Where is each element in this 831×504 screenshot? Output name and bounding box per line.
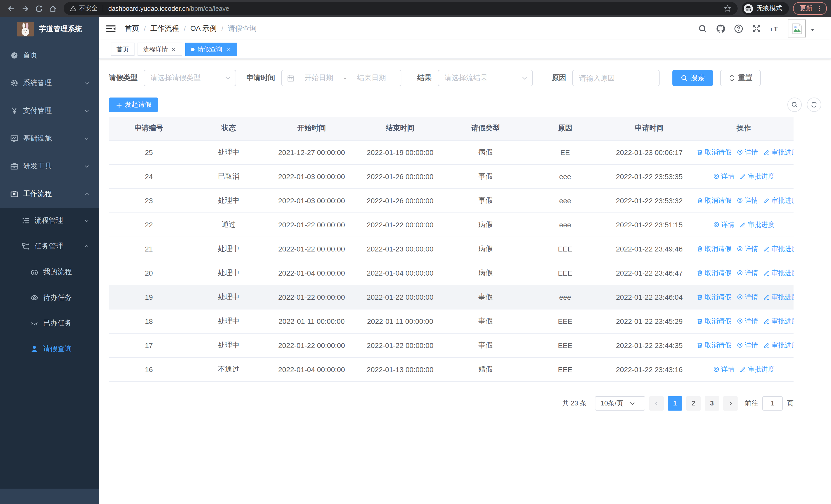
action-cancel-leave[interactable]: 取消请假 <box>696 292 732 301</box>
reload-icon <box>35 4 43 12</box>
cell-apply-time: 2022-01-22 23:45:29 <box>605 309 694 333</box>
cell-actions: 取消请假详情审批进度 <box>694 333 794 357</box>
action-cancel-leave[interactable]: 取消请假 <box>696 268 732 277</box>
sidebar-item[interactable]: 基础设施 <box>0 125 99 152</box>
action-view-detail[interactable]: 详情 <box>737 340 758 350</box>
home-button[interactable] <box>46 2 60 16</box>
bookmark-star-icon[interactable] <box>724 5 732 12</box>
breadcrumb-home[interactable]: 首页 <box>125 24 139 33</box>
action-approval-progress[interactable]: 审批进度 <box>740 220 775 229</box>
github-button[interactable] <box>716 24 725 33</box>
active-tab-dot <box>191 48 195 51</box>
font-size-button[interactable]: TT <box>770 24 779 33</box>
action-approval-progress[interactable]: 审批进度 <box>763 244 794 253</box>
forward-button[interactable] <box>18 2 32 16</box>
close-icon[interactable] <box>225 47 231 52</box>
action-view-detail[interactable]: 详情 <box>713 172 735 181</box>
cell-reason: eee <box>525 285 605 309</box>
address-bar[interactable]: 不安全 dashboard.yudao.iocoder.cn /bpm/oa/l… <box>64 2 738 15</box>
sidebar-item[interactable]: 流程管理 <box>0 208 99 234</box>
pen-icon <box>763 245 770 252</box>
breadcrumb-oa-example[interactable]: OA 示例 <box>191 24 217 33</box>
flow-icon <box>22 242 30 250</box>
tab-item[interactable]: 流程详情 <box>138 42 182 56</box>
sidebar-item[interactable]: 系统管理 <box>0 69 99 97</box>
action-view-detail[interactable]: 详情 <box>737 292 758 301</box>
gear-icon <box>10 79 19 87</box>
help-button[interactable] <box>734 24 743 33</box>
action-approval-progress[interactable]: 审批进度 <box>740 172 775 181</box>
cell-apply-time: 2022-01-22 23:43:16 <box>605 357 694 381</box>
action-approval-progress[interactable]: 审批进度 <box>763 317 794 326</box>
action-label: 取消请假 <box>705 196 732 205</box>
cell-reason: EEE <box>525 309 605 333</box>
sidebar-item[interactable]: 工作流程 <box>0 180 99 208</box>
cell-reason: EE <box>525 140 605 164</box>
tab-item[interactable]: 首页 <box>111 42 135 56</box>
action-cancel-leave[interactable]: 取消请假 <box>696 148 732 157</box>
sidebar-collapse-button[interactable] <box>106 23 116 34</box>
cell-apply-time: 2022-01-22 23:53:32 <box>605 188 694 212</box>
reason-input[interactable] <box>572 70 660 86</box>
page-size-select[interactable]: 10条/页 <box>595 396 645 410</box>
sidebar-item[interactable]: 待办任务 <box>0 285 99 310</box>
header-search-button[interactable] <box>698 24 707 33</box>
action-view-detail[interactable]: 详情 <box>713 365 735 374</box>
action-approval-progress[interactable]: 审批进度 <box>763 340 794 350</box>
action-approval-progress[interactable]: 审批进度 <box>763 196 794 205</box>
search-button[interactable]: 搜索 <box>672 70 713 86</box>
sidebar-item[interactable]: 任务管理 <box>0 234 99 259</box>
action-cancel-leave[interactable]: 取消请假 <box>696 317 732 326</box>
page-number-button[interactable]: 2 <box>686 396 700 410</box>
goto-page-input[interactable] <box>762 396 783 410</box>
browser-menu-kebab-icon[interactable] <box>816 5 823 12</box>
sidebar-item[interactable]: 我的流程 <box>0 259 99 285</box>
column-header: 状态 <box>189 117 268 140</box>
action-approval-progress[interactable]: 审批进度 <box>763 148 794 157</box>
refresh-table-button[interactable] <box>807 97 821 112</box>
close-icon[interactable] <box>171 47 177 52</box>
reset-button[interactable]: 重置 <box>720 70 761 86</box>
fullscreen-button[interactable] <box>752 24 761 33</box>
sidebar-item[interactable]: 首页 <box>0 41 99 69</box>
create-leave-button[interactable]: 发起请假 <box>109 97 158 112</box>
cell-actions: 取消请假详情审批进度 <box>694 309 794 333</box>
tab-item[interactable]: 请假查询 <box>185 42 237 56</box>
reload-button[interactable] <box>32 2 46 16</box>
action-view-detail[interactable]: 详情 <box>737 196 758 205</box>
toggle-search-button[interactable] <box>787 97 802 112</box>
action-cancel-leave[interactable]: 取消请假 <box>696 196 732 205</box>
breadcrumb-workflow[interactable]: 工作流程 <box>150 24 179 33</box>
sidebar-item[interactable]: 研发工具 <box>0 152 99 180</box>
action-cancel-leave[interactable]: 取消请假 <box>696 244 732 253</box>
action-cancel-leave[interactable]: 取消请假 <box>696 340 732 350</box>
action-view-detail[interactable]: 详情 <box>737 244 758 253</box>
action-view-detail[interactable]: 详情 <box>737 268 758 277</box>
action-view-detail[interactable]: 详情 <box>737 148 758 157</box>
browser-update-button[interactable]: 更新 <box>793 2 827 15</box>
page-number-button[interactable]: 3 <box>705 396 719 410</box>
action-approval-progress[interactable]: 审批进度 <box>763 268 794 277</box>
avatar[interactable] <box>788 20 806 37</box>
next-page-button[interactable] <box>723 396 738 410</box>
action-view-detail[interactable]: 详情 <box>737 317 758 326</box>
pen-icon <box>763 149 770 155</box>
result-select[interactable]: 请选择流结果 <box>438 70 533 86</box>
action-approval-progress[interactable]: 审批进度 <box>740 365 775 374</box>
sidebar-item[interactable]: 请假查询 <box>0 336 99 362</box>
reset-button-label: 重置 <box>738 73 752 83</box>
sidebar-item[interactable]: 已办任务 <box>0 310 99 336</box>
prev-page-button[interactable] <box>649 396 664 410</box>
sidebar-item[interactable]: 支付管理 <box>0 97 99 125</box>
apply-time-range-picker[interactable]: 开始日期 - 结束日期 <box>281 70 401 86</box>
cell-apply-id: 16 <box>109 357 189 381</box>
user-dropdown-caret-icon[interactable] <box>809 25 815 32</box>
app-logo-row[interactable]: 芋道管理系统 <box>0 17 99 41</box>
cell-start-time: 2022-01-04 00:00:00 <box>268 261 355 285</box>
back-button[interactable] <box>4 2 18 16</box>
page-number-button[interactable]: 1 <box>668 396 682 410</box>
leave-type-select[interactable]: 请选择请假类型 <box>144 70 236 86</box>
action-approval-progress[interactable]: 审批进度 <box>763 292 794 301</box>
action-view-detail[interactable]: 详情 <box>713 220 735 229</box>
cell-apply-id: 18 <box>109 309 189 333</box>
